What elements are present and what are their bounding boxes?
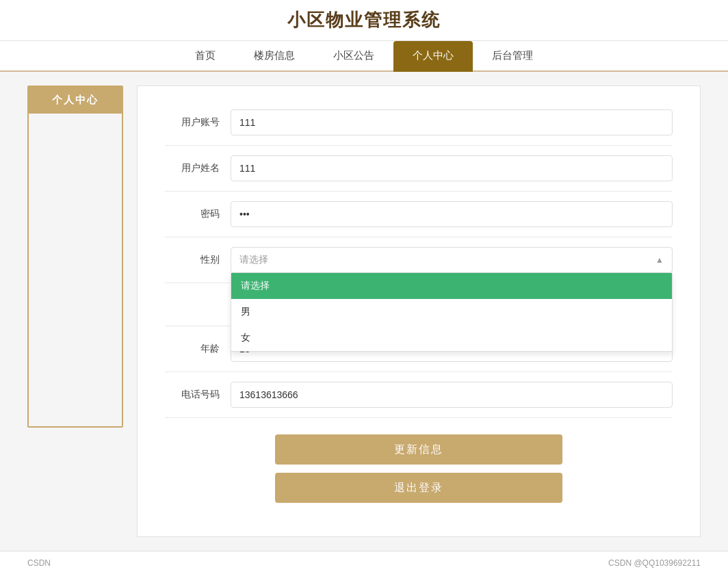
sidebar-box: 个人中心 — [27, 86, 123, 428]
gender-dropdown: 请选择 男 女 — [231, 273, 673, 352]
gender-row: 性别 请选择 ▲ 请选择 男 女 — [165, 237, 673, 283]
username-label: 用户账号 — [165, 116, 220, 129]
gender-option-male[interactable]: 男 — [231, 299, 672, 325]
footer: CSDN CSDN @QQ1039692211 — [0, 551, 728, 574]
footer-left: CSDN — [27, 558, 51, 568]
username-row: 用户账号 — [165, 100, 673, 146]
username-input[interactable] — [231, 109, 673, 135]
phone-input[interactable] — [231, 382, 673, 408]
content-area: 用户账号 用户姓名 密码 性别 请选择 ▲ 请选择 男 — [137, 86, 701, 537]
gender-label: 性别 — [165, 254, 220, 266]
name-label: 用户姓名 — [165, 162, 220, 174]
chevron-up-icon: ▲ — [655, 255, 664, 265]
age-label: 年龄 — [165, 343, 220, 355]
nav-building[interactable]: 楼房信息 — [235, 41, 314, 72]
page-title: 小区物业管理系统 — [287, 10, 441, 30]
password-row: 密码 — [165, 192, 673, 237]
nav-home[interactable]: 首页 — [176, 41, 235, 72]
action-buttons: 更新信息 退出登录 — [165, 434, 673, 503]
gender-select-wrapper: 请选择 ▲ 请选择 男 女 — [231, 247, 673, 273]
phone-row: 电话号码 — [165, 372, 673, 418]
navigation: 首页 楼房信息 小区公告 个人中心 后台管理 — [0, 41, 728, 72]
update-button[interactable]: 更新信息 — [275, 434, 562, 465]
password-input[interactable] — [231, 201, 673, 227]
main-layout: 个人中心 用户账号 用户姓名 密码 性别 请选择 ▲ — [0, 72, 728, 551]
gender-option-female[interactable]: 女 — [231, 325, 672, 351]
name-input[interactable] — [231, 155, 673, 181]
header: 小区物业管理系统 — [0, 0, 728, 41]
gender-select[interactable]: 请选择 ▲ — [231, 247, 673, 273]
logout-button[interactable]: 退出登录 — [275, 473, 562, 503]
nav-personal[interactable]: 个人中心 — [393, 41, 473, 72]
gender-option-default[interactable]: 请选择 — [231, 273, 672, 299]
password-label: 密码 — [165, 208, 220, 220]
footer-right: CSDN @QQ1039692211 — [608, 558, 701, 568]
phone-label: 电话号码 — [165, 389, 220, 401]
sidebar-title: 个人中心 — [29, 87, 122, 114]
gender-selected-value: 请选择 — [239, 254, 268, 266]
nav-notice[interactable]: 小区公告 — [314, 41, 393, 72]
sidebar: 个人中心 — [27, 86, 123, 537]
name-row: 用户姓名 — [165, 146, 673, 192]
nav-admin[interactable]: 后台管理 — [473, 41, 552, 72]
